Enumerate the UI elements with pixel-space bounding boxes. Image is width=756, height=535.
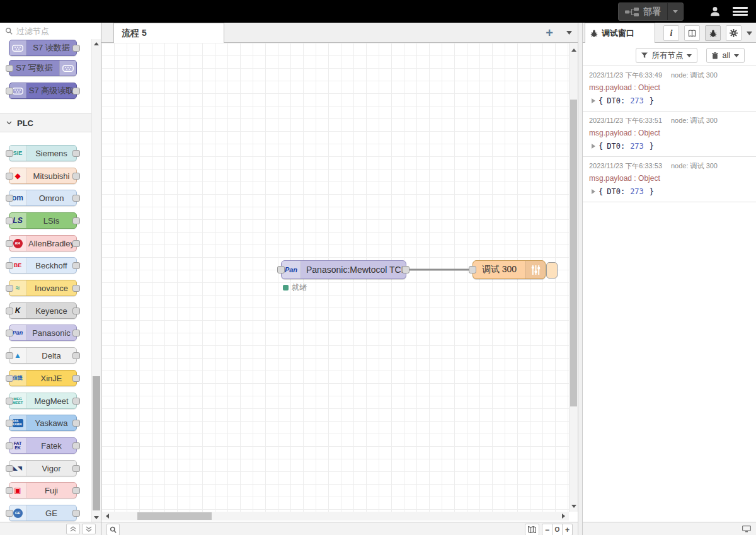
- deploy-button[interactable]: 部署: [618, 3, 684, 21]
- palette-node-beckhoff[interactable]: BE Beckhoff: [9, 257, 77, 273]
- palette-node-yaskawa[interactable]: YAS KAWA Yaskawa: [9, 415, 77, 431]
- canvas-horizontal-scrollbar[interactable]: [101, 512, 569, 521]
- deploy-options-button[interactable]: [667, 3, 683, 20]
- palette-node-megmeet[interactable]: MEG MEET MegMeet: [9, 393, 77, 409]
- expand-caret-icon[interactable]: [592, 98, 595, 103]
- open-in-window-button[interactable]: [742, 526, 751, 532]
- node-output-port[interactable]: [72, 420, 80, 427]
- node-output-port[interactable]: [72, 375, 80, 382]
- palette-node-fatek[interactable]: FAT EK Fatek: [9, 437, 77, 454]
- palette-node-inovance[interactable]: ≈ Inovance: [9, 280, 77, 296]
- scroll-right-arrow[interactable]: [559, 512, 568, 521]
- node-output-port[interactable]: [402, 266, 410, 273]
- palette-search[interactable]: [0, 23, 101, 40]
- node-output-port[interactable]: [72, 330, 80, 337]
- node-input-port[interactable]: [6, 352, 13, 359]
- node-output-port[interactable]: [72, 285, 80, 292]
- palette-node-s7-read[interactable]: S7 读数据: [9, 40, 77, 56]
- node-input-port[interactable]: [6, 173, 13, 180]
- palette-node-mitsubishi[interactable]: ◆ Mitsubishi: [9, 168, 77, 184]
- canvas-vertical-scrollbar[interactable]: [569, 43, 578, 512]
- flow-canvas[interactable]: Pan Panasonic:Mewtocol TCP 就绪 调试 300: [101, 43, 569, 512]
- node-output-port[interactable]: [72, 262, 80, 269]
- node-input-port[interactable]: [6, 217, 13, 224]
- sidebar-menu-caret[interactable]: [747, 32, 752, 35]
- node-output-port[interactable]: [72, 88, 80, 95]
- palette-node-ge[interactable]: GE GE: [9, 505, 77, 521]
- node-input-port[interactable]: [6, 240, 13, 247]
- deploy-button-main[interactable]: 部署: [619, 6, 667, 18]
- node-output-port[interactable]: [72, 195, 80, 202]
- navigator-button[interactable]: [525, 524, 539, 535]
- node-output-port[interactable]: [72, 240, 80, 247]
- scroll-down-arrow[interactable]: [92, 513, 101, 522]
- palette-node-lsis[interactable]: LS LSis: [9, 212, 77, 229]
- scroll-left-arrow[interactable]: [103, 512, 112, 521]
- canvas-search-button[interactable]: [106, 524, 120, 535]
- zoom-reset-button[interactable]: O: [552, 524, 562, 535]
- expand-caret-icon[interactable]: [592, 144, 595, 149]
- node-input-port[interactable]: [6, 65, 13, 72]
- node-output-port[interactable]: [72, 173, 80, 180]
- scroll-up-arrow[interactable]: [92, 39, 101, 48]
- node-input-port[interactable]: [6, 420, 13, 427]
- node-input-port[interactable]: [6, 398, 13, 405]
- node-input-port[interactable]: [6, 195, 13, 202]
- node-input-port[interactable]: [6, 510, 13, 517]
- node-output-port[interactable]: [72, 442, 80, 449]
- palette-node-allenbradley[interactable]: RA AllenBradley: [9, 235, 77, 251]
- tab-flow-5[interactable]: 流程 5: [113, 23, 224, 43]
- debug-enable-toggle[interactable]: [546, 262, 558, 279]
- zoom-out-button[interactable]: −: [542, 524, 552, 535]
- scrollbar-thumb[interactable]: [137, 512, 212, 520]
- flow-list-button[interactable]: [563, 24, 575, 42]
- expand-all-button[interactable]: [82, 524, 96, 534]
- palette-node-xinje[interactable]: 信捷 XinJE: [9, 370, 77, 386]
- config-tab-button[interactable]: [726, 25, 742, 41]
- node-output-port[interactable]: [72, 217, 80, 224]
- help-tab-button[interactable]: [684, 25, 700, 41]
- node-input-port[interactable]: [6, 330, 13, 337]
- node-output-port[interactable]: [72, 352, 80, 359]
- node-input-port[interactable]: [6, 262, 13, 269]
- debug-clear-button[interactable]: all: [706, 48, 745, 63]
- palette-node-s7-write[interactable]: S7 写数据: [9, 60, 77, 76]
- node-input-port[interactable]: [277, 266, 285, 273]
- scrollbar-thumb[interactable]: [93, 376, 100, 510]
- user-menu-button[interactable]: [706, 3, 724, 20]
- debug-filter-button[interactable]: 所有节点: [636, 48, 697, 63]
- palette-node-s7-adv-read[interactable]: S7 高级读取: [9, 83, 77, 99]
- node-output-port[interactable]: [72, 308, 80, 314]
- node-input-port[interactable]: [6, 285, 13, 292]
- node-output-port[interactable]: [72, 150, 80, 157]
- palette-scrollbar[interactable]: [91, 39, 101, 522]
- zoom-in-button[interactable]: +: [562, 524, 572, 535]
- expand-caret-icon[interactable]: [592, 189, 595, 194]
- node-output-port[interactable]: [72, 398, 80, 405]
- node-output-port[interactable]: [72, 45, 80, 52]
- collapse-all-button[interactable]: [66, 524, 80, 534]
- sidebar-resize-handle[interactable]: [578, 23, 583, 535]
- palette-category-plc[interactable]: PLC: [0, 113, 98, 132]
- palette-node-vigor[interactable]: ◣◥ Vigor: [9, 460, 77, 476]
- canvas-node-debug-300[interactable]: 调试 300: [472, 260, 546, 279]
- add-flow-button[interactable]: +: [541, 24, 558, 42]
- node-output-port[interactable]: [72, 510, 80, 517]
- canvas-node-panasonic-mewtocol[interactable]: Pan Panasonic:Mewtocol TCP: [281, 260, 406, 279]
- node-input-port[interactable]: [6, 465, 13, 472]
- main-menu-button[interactable]: [731, 3, 750, 20]
- node-input-port[interactable]: [469, 266, 476, 273]
- palette-node-siemens[interactable]: SIE Siemens: [9, 145, 77, 161]
- palette-node-panasonic[interactable]: Pan Panasonic: [9, 325, 77, 341]
- node-input-port[interactable]: [6, 487, 13, 494]
- debug-tab-button[interactable]: [705, 25, 721, 41]
- scrollbar-thumb[interactable]: [570, 100, 577, 406]
- palette-node-keyence[interactable]: K Keyence: [9, 302, 77, 319]
- node-output-port[interactable]: [72, 487, 80, 494]
- palette-node-omron[interactable]: om Omron: [9, 190, 77, 206]
- tab-debug-window[interactable]: 调试窗口: [585, 23, 655, 43]
- node-input-port[interactable]: [6, 150, 13, 157]
- scroll-down-arrow[interactable]: [570, 502, 578, 510]
- palette-node-delta[interactable]: ▲ Delta: [9, 347, 77, 364]
- node-input-port[interactable]: [6, 375, 13, 382]
